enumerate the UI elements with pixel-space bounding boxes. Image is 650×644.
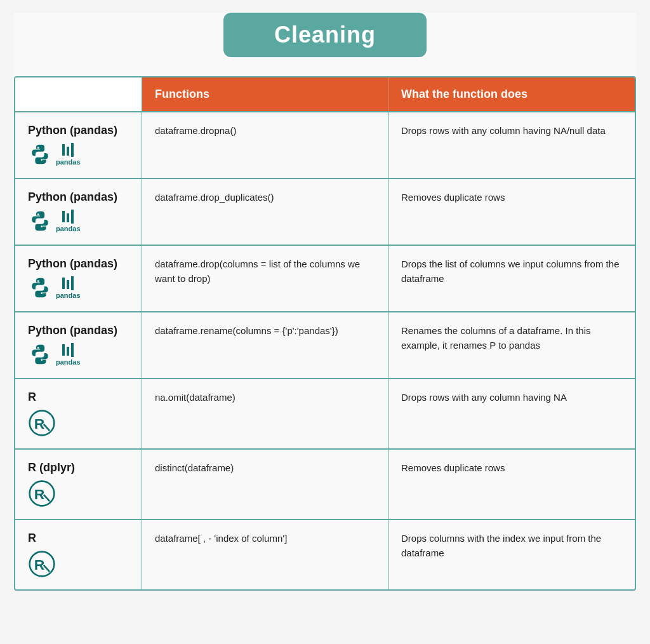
lang-label-5: R (28, 391, 36, 404)
cell-lang-3: Python (pandas) pan (15, 246, 142, 311)
svg-rect-9 (62, 344, 65, 356)
cell-function-7: dataframe[ , - 'index of column'] (142, 520, 388, 589)
svg-text:R: R (34, 486, 45, 502)
cell-function-4: dataframe.rename(columns = {'p':'pandas'… (142, 312, 388, 378)
cell-function-5: na.omit(dataframe) (142, 379, 388, 448)
svg-rect-4 (67, 213, 69, 222)
lang-icons-2: pandas (28, 209, 81, 233)
cell-lang-2: Python (pandas) pan (15, 179, 142, 245)
svg-rect-6 (62, 278, 65, 289)
lang-icons-1: pandas (28, 142, 81, 166)
r-logo-icon-3: R (28, 550, 56, 578)
pandas-bars-icon-2 (60, 210, 76, 224)
table-row: R (dplyr) R distinct(dataframe) Removes … (15, 448, 635, 519)
pandas-label: pandas (56, 158, 81, 166)
lang-label-7: R (28, 532, 36, 545)
pandas-bars-icon-3 (60, 276, 76, 290)
lang-label-2: Python (pandas) (28, 191, 117, 204)
pandas-icon-wrap-3: pandas (56, 276, 81, 299)
pandas-label-4: pandas (56, 358, 81, 366)
desc-text-6: Removes duplicate rows (401, 461, 505, 476)
header-col-functions: Functions (142, 77, 388, 111)
svg-rect-0 (62, 144, 65, 156)
title-badge: Cleaning (223, 13, 427, 57)
table-row: R R dataframe[ , - 'index of column'] Dr… (15, 519, 635, 589)
function-text-6: distinct(dataframe) (155, 461, 234, 476)
cell-desc-5: Drops rows with any column having NA (388, 379, 635, 448)
table-row: Python (pandas) pan (15, 245, 635, 311)
svg-text:R: R (34, 556, 45, 573)
cell-desc-2: Removes duplicate rows (388, 179, 635, 245)
header-col-description: What the function does (388, 77, 635, 111)
svg-rect-5 (71, 210, 74, 224)
lang-label-6: R (dplyr) (28, 461, 75, 474)
lang-label-4: Python (pandas) (28, 324, 117, 337)
desc-text-7: Drops columns with the index we input fr… (401, 532, 622, 560)
lang-label-3: Python (pandas) (28, 257, 117, 271)
svg-rect-2 (71, 143, 74, 157)
desc-text-1: Drops rows with any column having NA/nul… (401, 124, 606, 138)
cell-lang-5: R R (15, 379, 142, 448)
cell-desc-4: Renames the columns of a dataframe. In t… (388, 312, 635, 378)
cell-lang-1: Python (pandas) (15, 112, 142, 178)
cell-lang-6: R (dplyr) R (15, 450, 142, 519)
table-row: R R na.omit(dataframe) Drops rows with a… (15, 378, 635, 448)
pandas-icon-wrap-4: pandas (56, 343, 81, 366)
lang-icons-5: R (28, 409, 56, 437)
lang-icons-7: R (28, 550, 56, 578)
function-text-3: dataframe.drop(columns = list of the col… (155, 257, 375, 286)
svg-rect-8 (71, 276, 74, 290)
python-icon (28, 142, 52, 166)
table-wrapper: Functions What the function does Python … (14, 76, 636, 591)
cell-lang-4: Python (pandas) pan (15, 312, 142, 378)
svg-rect-3 (62, 211, 65, 222)
title-container: Cleaning (14, 13, 636, 57)
cell-desc-7: Drops columns with the index we input fr… (388, 520, 635, 589)
function-text-7: dataframe[ , - 'index of column'] (155, 532, 287, 546)
function-text-5: na.omit(dataframe) (155, 391, 235, 405)
cell-desc-6: Removes duplicate rows (388, 450, 635, 519)
svg-rect-10 (67, 347, 69, 356)
table-header: Functions What the function does (15, 77, 635, 111)
pandas-icon-wrap-2: pandas (56, 210, 81, 232)
page-wrapper: Cleaning Functions What the function doe… (14, 13, 636, 591)
desc-text-3: Drops the list of columns we input colum… (401, 257, 622, 286)
python-icon-4 (28, 342, 52, 366)
svg-rect-11 (71, 343, 74, 357)
page-title: Cleaning (274, 22, 376, 48)
lang-icons-4: pandas (28, 342, 81, 366)
function-text-1: dataframe.dropna() (155, 124, 236, 138)
pandas-bars-icon-4 (60, 343, 76, 357)
table-row: Python (pandas) pan (15, 311, 635, 378)
cell-function-3: dataframe.drop(columns = list of the col… (142, 246, 388, 311)
cell-lang-7: R R (15, 520, 142, 589)
python-icon-2 (28, 209, 52, 233)
function-text-2: dataframe.drop_duplicates() (155, 191, 274, 205)
table-row: Python (pandas) pan (15, 178, 635, 245)
lang-icons-6: R (28, 480, 56, 507)
desc-text-4: Renames the columns of a dataframe. In t… (401, 324, 622, 352)
function-text-4: dataframe.rename(columns = {'p':'pandas'… (155, 324, 338, 339)
svg-rect-7 (67, 280, 69, 289)
desc-text-2: Removes duplicate rows (401, 191, 505, 205)
pandas-icon-wrap: pandas (56, 143, 81, 166)
r-logo-icon-2: R (28, 480, 56, 507)
python-icon-3 (28, 276, 52, 300)
header-col-empty (15, 77, 142, 111)
desc-text-5: Drops rows with any column having NA (401, 391, 567, 405)
lang-icons-3: pandas (28, 276, 81, 300)
cell-function-2: dataframe.drop_duplicates() (142, 179, 388, 245)
cell-function-1: dataframe.dropna() (142, 112, 388, 178)
pandas-label-3: pandas (56, 292, 81, 299)
svg-rect-1 (67, 147, 69, 156)
cell-desc-1: Drops rows with any column having NA/nul… (388, 112, 635, 178)
pandas-label-2: pandas (56, 225, 81, 232)
cell-desc-3: Drops the list of columns we input colum… (388, 246, 635, 311)
pandas-bars-icon (60, 143, 76, 157)
cell-function-6: distinct(dataframe) (142, 450, 388, 519)
lang-label-1: Python (pandas) (28, 124, 117, 137)
table-row: Python (pandas) (15, 111, 635, 178)
svg-text:R: R (34, 415, 45, 432)
r-logo-icon: R (28, 409, 56, 437)
